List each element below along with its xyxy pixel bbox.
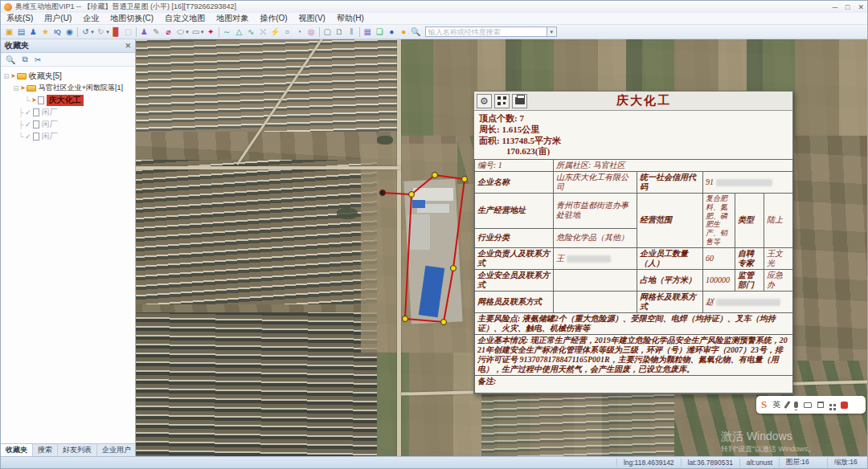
- expert-value: 王文光: [764, 247, 793, 269]
- tab-enterprise-users[interactable]: 企业用户: [97, 444, 137, 456]
- menu-map-switch[interactable]: 地图切换(C): [104, 13, 159, 24]
- favorite-star-icon[interactable]: ★: [39, 27, 51, 38]
- table-row: 企业基本情况: 现正常生产经营，2019年建立危险化学品安全生产风险监测预警系统…: [475, 334, 793, 375]
- keyboard-icon[interactable]: [804, 402, 812, 408]
- ime-toolbox-grid-icon[interactable]: [829, 404, 832, 406]
- menu-enterprise[interactable]: 企业: [77, 13, 104, 24]
- toolbar-separator: [359, 27, 360, 37]
- line-tool-icon[interactable]: ∼: [221, 27, 233, 38]
- eye-icon[interactable]: ◉: [63, 27, 76, 38]
- marker-icon[interactable]: ✦: [205, 27, 217, 38]
- track-tool-icon[interactable]: ⚡: [269, 27, 281, 38]
- menu-custom-map[interactable]: 自定义地图: [159, 13, 211, 24]
- route-tool-icon[interactable]: ⤬: [257, 27, 269, 38]
- scope-label: 经营范围: [637, 194, 703, 248]
- square-tool-icon[interactable]: ▢: [321, 27, 334, 38]
- clipboard-icon[interactable]: [817, 402, 824, 408]
- head-label: 企业负责人及联系方式: [475, 247, 554, 269]
- redacted-value: [567, 255, 611, 263]
- ime-language-toggle[interactable]: 英: [772, 399, 780, 410]
- zoom-search-icon[interactable]: 🔍: [410, 27, 422, 38]
- panel-icon[interactable]: ▦: [362, 27, 374, 38]
- search-dropdown-icon[interactable]: ▼: [547, 27, 557, 37]
- menu-view[interactable]: 视图(V): [293, 13, 331, 24]
- menu-system[interactable]: 系统(S): [1, 13, 39, 24]
- table-row: 编号: 1 所属社区: 马官社区: [475, 160, 793, 172]
- sidebar-close-icon[interactable]: ✕: [125, 42, 131, 50]
- ovital-app-window: 奥维互动地图VIP1 -- 【珍藏】普通卫星图 (小平) [16][T79266…: [0, 0, 868, 469]
- curve-tool-icon[interactable]: ∿: [245, 27, 257, 38]
- arc-tool-icon[interactable]: ◔: [293, 27, 305, 38]
- status-altitude: alt:unust: [739, 459, 779, 467]
- doc-icon[interactable]: 🗋: [334, 27, 346, 38]
- tree-search-icon[interactable]: 🔍: [6, 55, 15, 64]
- microphone-icon[interactable]: [794, 402, 798, 408]
- save-icon[interactable]: ▤: [15, 27, 27, 38]
- checkmark-icon[interactable]: ✓: [25, 120, 31, 128]
- minimize-button[interactable]: ─: [833, 3, 837, 11]
- checkmark-icon[interactable]: ✓: [25, 133, 31, 141]
- ellipse-dropdown-icon[interactable]: ▼: [185, 30, 190, 35]
- map-trees: [337, 208, 358, 219]
- tree-copy-icon[interactable]: ⧉: [22, 55, 27, 64]
- status-latitude: lat:36.7890531: [681, 459, 739, 467]
- delete-icon[interactable]: ▉: [110, 27, 122, 38]
- gridlead-value: 赵: [706, 297, 714, 306]
- search-input[interactable]: [425, 27, 547, 37]
- help-icon[interactable]: ●: [398, 27, 410, 38]
- checkmark-icon[interactable]: ✓: [25, 108, 31, 116]
- credit-value: 91: [706, 177, 714, 186]
- handwriting-pen-icon[interactable]: [784, 401, 791, 409]
- user-icon[interactable]: ♟: [27, 27, 39, 38]
- toolbar-separator: [219, 27, 219, 37]
- bookmark-arrow-icon: ➤: [31, 96, 37, 104]
- ring-tool-icon[interactable]: ◎: [305, 27, 317, 38]
- close-button[interactable]: ✕: [858, 3, 864, 11]
- printer-icon[interactable]: [512, 94, 527, 108]
- friend-icon[interactable]: ♟: [138, 27, 150, 38]
- maximize-button[interactable]: □: [845, 3, 850, 11]
- tree-row-group[interactable]: ⊟ ➤ 马官社区企业+闲散院落[1]: [2, 82, 133, 94]
- menu-help[interactable]: 帮助(H): [331, 13, 370, 24]
- factory-building: [407, 214, 430, 250]
- folder-icon: [27, 85, 36, 92]
- menu-bar: 系统(S) 用户(U) 企业 地图切换(C) 自定义地图 地图对象 操作(O) …: [1, 13, 867, 25]
- qr-code-icon[interactable]: [494, 94, 510, 108]
- gridlead-label: 网格长及联系方式: [637, 291, 703, 312]
- tree-row-root[interactable]: ⊟ ➤ 收藏夹[5]: [2, 70, 133, 82]
- tree-row-item[interactable]: └ ✓ 闲厂: [2, 130, 133, 142]
- pause-icon[interactable]: ‖: [346, 27, 358, 38]
- info-icon[interactable]: ●: [386, 27, 398, 38]
- message-icon[interactable]: ❏: [374, 27, 386, 38]
- ime-skin-icon[interactable]: [841, 402, 848, 409]
- risk-text: 主要风险点: 液氨储罐2个（重大危险源）、受限空间、电焊（均持证）、叉车（均持证…: [475, 312, 793, 334]
- tab-favorites[interactable]: 收藏夹: [1, 444, 33, 456]
- tab-friends[interactable]: 好友列表: [58, 444, 97, 456]
- toolbar-separator: [77, 27, 78, 37]
- draw-pencil-icon[interactable]: ✎: [150, 27, 162, 38]
- settings-gear-icon[interactable]: ⚙: [477, 94, 492, 108]
- tree-row-item[interactable]: ├ ✓ 闲厂: [2, 118, 133, 130]
- title-bar: 奥维互动地图VIP1 -- 【珍藏】普通卫星图 (小平) [16][T79266…: [1, 1, 867, 13]
- toolbar-separator: [319, 27, 320, 37]
- rect-dropdown-icon[interactable]: ▼: [200, 30, 205, 35]
- tree-selected-label: 庆大化工: [47, 95, 84, 106]
- circle-tool-icon[interactable]: ○: [281, 27, 293, 38]
- polygon-tool-icon[interactable]: △: [233, 27, 245, 38]
- tree-row-item[interactable]: ├ ✓ 闲厂: [2, 106, 133, 118]
- satellite-map[interactable]: ⚙ 庆大化工 顶点个数: 7 周长: 1.615公里 面积: 113748.5平…: [136, 39, 867, 456]
- sogou-logo-icon[interactable]: S: [761, 398, 767, 411]
- menu-map-objects[interactable]: 地图对象: [211, 13, 254, 24]
- tab-search[interactable]: 搜索: [33, 444, 58, 456]
- stat-area: 面积: 113748.5平方米: [479, 136, 788, 147]
- binoculars-search-icon[interactable]: IQ: [51, 27, 63, 38]
- tree-cut-icon[interactable]: ✂: [35, 55, 41, 64]
- measure-icon[interactable]: ⌀: [162, 27, 174, 38]
- tree-item-label: 闲厂: [42, 107, 58, 118]
- open-folder-icon[interactable]: ▣: [3, 27, 15, 38]
- staff-label: 企业员工数量（人）: [637, 247, 703, 269]
- menu-operate[interactable]: 操作(O): [254, 13, 293, 24]
- menu-user[interactable]: 用户(U): [39, 13, 77, 24]
- geometry-stats: 顶点个数: 7 周长: 1.615公里 面积: 113748.5平方米 170.…: [474, 111, 792, 159]
- tree-row-selected[interactable]: └ ➤ 庆大化工: [2, 94, 133, 106]
